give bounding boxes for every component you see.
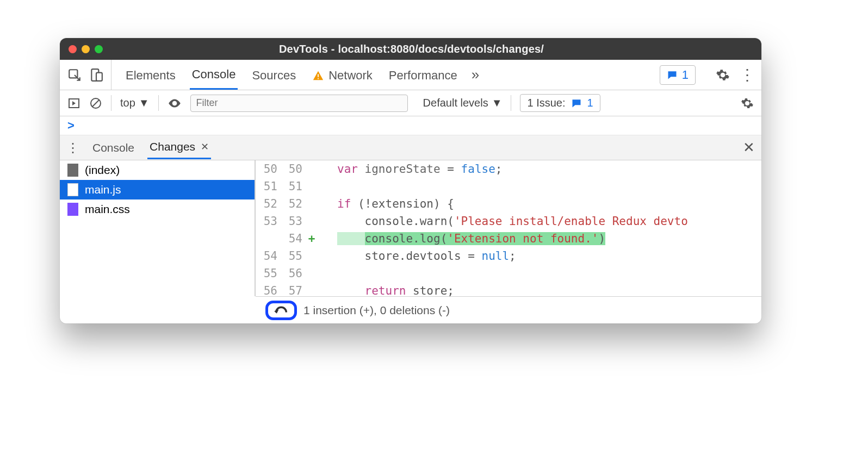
device-toolbar-icon[interactable] bbox=[89, 68, 103, 82]
inspect-element-icon[interactable] bbox=[67, 68, 82, 82]
console-settings-gear-icon[interactable] bbox=[741, 97, 754, 110]
drawer-kebab-icon[interactable]: ⋮ bbox=[66, 140, 79, 155]
close-window-button[interactable] bbox=[69, 45, 77, 53]
file-row[interactable]: main.css bbox=[60, 199, 255, 219]
drawer-tab-changes[interactable]: Changes ✕ bbox=[147, 136, 211, 159]
file-icon bbox=[67, 164, 78, 177]
tab-performance[interactable]: Performance bbox=[387, 61, 460, 89]
tab-console[interactable]: Console bbox=[190, 60, 238, 90]
tab-sources[interactable]: Sources bbox=[250, 61, 298, 89]
diff-line: 5353 console.warn('Please install/enable… bbox=[337, 213, 761, 230]
close-drawer-icon[interactable]: ✕ bbox=[743, 139, 755, 156]
tab-network[interactable]: Network bbox=[310, 61, 375, 89]
changed-files-list: (index)main.jsmain.css bbox=[60, 160, 256, 296]
panel-tabs: Elements Console Sources Network Perform… bbox=[60, 60, 761, 90]
more-tabs-chevron[interactable]: » bbox=[472, 66, 479, 83]
file-name: main.js bbox=[85, 183, 121, 196]
drawer-tabs: ⋮ Console Changes ✕ ✕ bbox=[60, 135, 761, 160]
svg-rect-4 bbox=[318, 78, 319, 79]
filter-input[interactable] bbox=[190, 95, 408, 112]
chevron-down-icon: ▼ bbox=[139, 97, 150, 109]
chevron-down-icon: ▼ bbox=[492, 97, 503, 109]
log-levels-selector[interactable]: Default levels ▼ bbox=[423, 97, 503, 109]
message-icon bbox=[571, 98, 582, 109]
issues-badge[interactable]: 1 bbox=[660, 65, 696, 85]
titlebar: DevTools - localhost:8080/docs/devtools/… bbox=[60, 38, 761, 60]
context-selector[interactable]: top ▼ bbox=[120, 97, 150, 109]
svg-rect-2 bbox=[96, 72, 102, 80]
live-expression-eye-icon[interactable] bbox=[168, 96, 182, 110]
clear-console-icon[interactable] bbox=[89, 97, 102, 110]
diff-view: 5050var ignoreState = false;51515252if (… bbox=[256, 160, 761, 296]
toggle-sidebar-icon[interactable] bbox=[67, 97, 80, 110]
file-name: main.css bbox=[85, 203, 130, 216]
window-title: DevTools - localhost:8080/docs/devtools/… bbox=[103, 43, 720, 55]
settings-gear-icon[interactable] bbox=[716, 68, 730, 82]
console-prompt[interactable]: > bbox=[60, 116, 761, 135]
window-controls bbox=[69, 45, 103, 53]
kebab-menu-icon[interactable]: ⋮ bbox=[740, 66, 754, 84]
minimize-window-button[interactable] bbox=[82, 45, 90, 53]
diff-line: 5556 bbox=[337, 265, 761, 282]
drawer-body: (index)main.jsmain.css 5050var ignoreSta… bbox=[60, 160, 761, 296]
diff-line: 5657 return store; bbox=[337, 282, 761, 296]
file-row[interactable]: (index) bbox=[60, 160, 255, 180]
file-icon bbox=[67, 183, 78, 196]
drawer-tab-console[interactable]: Console bbox=[90, 137, 137, 159]
devtools-window: DevTools - localhost:8080/docs/devtools/… bbox=[60, 38, 761, 323]
maximize-window-button[interactable] bbox=[95, 45, 103, 53]
diff-line: 5455 store.devtools = null; bbox=[337, 247, 761, 265]
file-icon bbox=[67, 203, 78, 216]
diff-line: 5050var ignoreState = false; bbox=[337, 160, 761, 178]
file-name: (index) bbox=[85, 164, 120, 177]
message-icon bbox=[667, 70, 678, 80]
status-text: 1 insertion (+), 0 deletions (-) bbox=[303, 304, 450, 317]
console-toolbar: top ▼ Default levels ▼ 1 Issue: 1 bbox=[60, 90, 761, 116]
file-row[interactable]: main.js bbox=[60, 180, 255, 199]
svg-rect-3 bbox=[318, 74, 319, 77]
diff-line: 5151 bbox=[337, 178, 761, 195]
revert-button[interactable] bbox=[265, 301, 297, 320]
changes-status-bar: 1 insertion (+), 0 deletions (-) bbox=[256, 296, 761, 323]
tab-elements[interactable]: Elements bbox=[123, 61, 178, 89]
diff-line: 5252if (!extension) { bbox=[337, 195, 761, 213]
warning-triangle-icon bbox=[312, 68, 324, 83]
close-tab-icon[interactable]: ✕ bbox=[201, 141, 209, 153]
issues-counter[interactable]: 1 Issue: 1 bbox=[520, 94, 600, 112]
undo-icon bbox=[274, 304, 289, 316]
diff-line: 54+ console.log('Extension not found.') bbox=[337, 230, 761, 247]
